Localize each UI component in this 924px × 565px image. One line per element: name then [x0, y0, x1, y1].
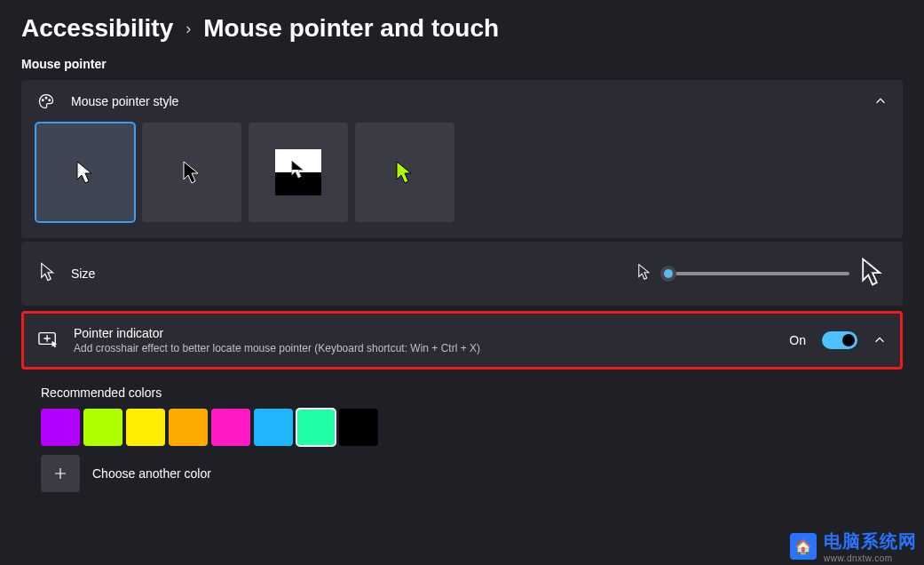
breadcrumb-parent[interactable]: Accessibility	[21, 14, 173, 43]
svg-point-0	[42, 99, 43, 101]
color-swatch[interactable]	[296, 409, 336, 446]
section-recommended-colors: Recommended colors Choose another color	[21, 373, 903, 492]
pointer-style-black[interactable]	[142, 123, 241, 222]
watermark: 🏠 电脑系统网 www.dnxtw.com	[790, 529, 917, 563]
color-swatch[interactable]	[41, 409, 80, 446]
watermark-main: 电脑系统网	[824, 529, 917, 553]
cursor-size-max-icon	[862, 258, 883, 290]
label-pointer-style: Mouse pointer style	[71, 94, 858, 108]
pointer-indicator-toggle[interactable]	[822, 331, 857, 349]
label-size: Size	[71, 267, 95, 281]
cursor-small-icon	[41, 262, 55, 285]
section-label-mouse-pointer: Mouse pointer	[21, 57, 903, 71]
pointer-indicator-title: Pointer indicator	[74, 326, 773, 340]
watermark-sub: www.dnxtw.com	[824, 553, 893, 563]
card-size: Size	[21, 242, 903, 306]
chevron-right-icon: ›	[186, 20, 191, 38]
choose-another-color-label[interactable]: Choose another color	[92, 466, 211, 481]
pointer-indicator-text: Pointer indicator Add crosshair effect t…	[74, 326, 773, 354]
pointer-style-options	[21, 123, 903, 238]
color-swatch[interactable]	[83, 409, 122, 446]
breadcrumb-current: Mouse pointer and touch	[203, 14, 499, 43]
palette-icon	[37, 92, 55, 110]
color-swatch[interactable]	[211, 409, 250, 446]
pointer-indicator-icon	[38, 330, 58, 351]
card-header-pointer-style[interactable]: Mouse pointer style	[21, 80, 903, 123]
watermark-logo-icon: 🏠	[790, 533, 817, 560]
pointer-style-white[interactable]	[36, 123, 135, 222]
pointer-style-custom[interactable]	[355, 123, 454, 222]
pointer-indicator-subtitle: Add crosshair effect to better locate mo…	[74, 342, 773, 354]
chevron-up-icon[interactable]	[874, 95, 887, 107]
breadcrumb: Accessibility › Mouse pointer and touch	[21, 9, 903, 57]
color-swatch[interactable]	[254, 409, 293, 446]
add-color-button[interactable]	[41, 455, 80, 492]
swatch-row	[41, 409, 883, 446]
size-slider[interactable]	[663, 272, 849, 275]
cursor-size-min-icon	[638, 264, 651, 283]
color-swatch[interactable]	[169, 409, 208, 446]
card-pointer-style: Mouse pointer style	[21, 80, 903, 238]
svg-point-1	[45, 97, 47, 99]
pointer-style-inverted[interactable]	[249, 123, 348, 222]
card-pointer-indicator: Pointer indicator Add crosshair effect t…	[21, 311, 903, 370]
label-recommended-colors: Recommended colors	[41, 386, 883, 400]
slider-thumb[interactable]	[660, 266, 676, 282]
pointer-indicator-state: On	[789, 333, 806, 347]
color-swatch[interactable]	[339, 409, 378, 446]
color-swatch[interactable]	[126, 409, 165, 446]
svg-point-2	[49, 99, 51, 101]
chevron-up-icon[interactable]	[873, 334, 886, 346]
